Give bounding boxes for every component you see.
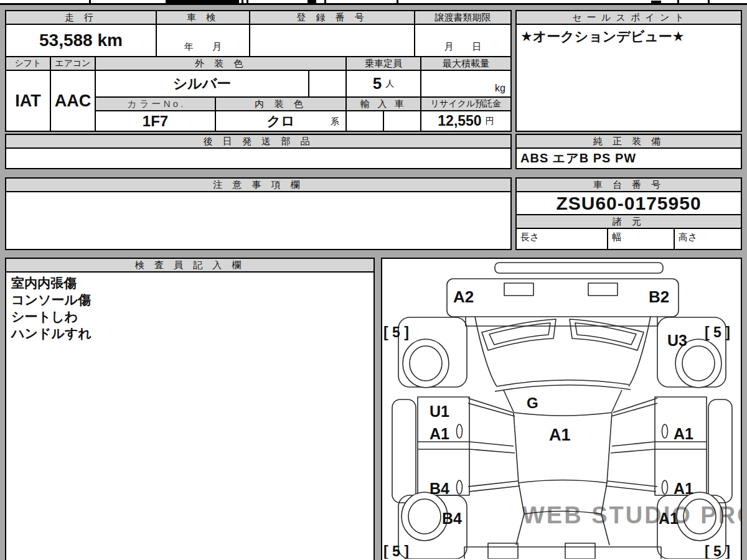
- bumper-step: [466, 317, 657, 326]
- genuine-equipment-header: 純 正 装 備: [515, 134, 742, 149]
- a-pillar-right: [611, 398, 657, 416]
- interior-color-name: クロ: [266, 112, 294, 131]
- car-diagram: WEB STUDIO PRO A2 B2 [ 5 ] [ 5 ] [ 5 ] […: [382, 259, 741, 559]
- divider: [242, 0, 243, 3]
- capacity-header: 乗車定員: [345, 56, 421, 71]
- bumper-detail-left: [504, 283, 533, 296]
- spec-length-cell: 長さ: [515, 228, 608, 250]
- mark-door-front-left: A1: [430, 425, 449, 442]
- later-parts-box: [5, 147, 512, 169]
- side-skirt-right: [708, 399, 732, 503]
- divider: [89, 0, 91, 3]
- rear-window-top: [519, 480, 607, 483]
- door-handle-fr: [662, 424, 668, 438]
- import-car-cell-1: [345, 110, 384, 132]
- bumper-detail-right: [588, 283, 618, 296]
- roof-side-right: [607, 413, 612, 483]
- registration-header: 登 録 番 号: [249, 10, 415, 25]
- sales-point-header: セ ー ル ス ポ イ ン ト: [515, 10, 742, 25]
- notes-header: 注 意 事 項 欄: [5, 177, 512, 192]
- roof-side-left: [514, 413, 519, 483]
- aircon-header: エアコン: [50, 56, 96, 71]
- mark-fender-right: U3: [667, 332, 687, 349]
- cowl-arc-2: [495, 385, 631, 391]
- notes-box: [5, 191, 512, 250]
- genuine-equipment-value: ABS エアB PS PW: [515, 147, 742, 169]
- mark-quarter-right: A1: [659, 510, 679, 527]
- spec-height-cell: 高さ: [674, 228, 742, 250]
- window-band-left: [418, 442, 515, 453]
- text-remnant: [166, 0, 239, 4]
- interior-color-suffix: 系: [331, 116, 339, 128]
- car-diagram-box: WEB STUDIO PRO A2 B2 [ 5 ] [ 5 ] [ 5 ] […: [381, 258, 742, 560]
- interior-color-value: クロ 系: [215, 110, 347, 132]
- inspector-note: コンソール傷: [11, 291, 369, 308]
- specs-header: 諸 元: [515, 214, 742, 229]
- aircon-value: AAC: [50, 70, 96, 132]
- mark-roof: A1: [549, 426, 571, 444]
- mark-tire-rear-left: [ 5 ]: [383, 543, 409, 559]
- divider: [708, 0, 710, 3]
- interior-color-header: 内 装 色: [215, 96, 347, 111]
- mark-door-rear-right: A1: [674, 480, 693, 497]
- recycle-deposit-value: 12,550 円: [420, 110, 512, 132]
- inspector-note: ハンドルすれ: [11, 325, 369, 342]
- mark-door-front-right: A1: [674, 425, 693, 442]
- inspector-header: 検 査 員 記 入 欄: [5, 258, 375, 273]
- import-car-cell-2: [383, 110, 421, 132]
- hood-side-right: [629, 317, 651, 386]
- exterior-color-value: シルバー: [95, 70, 309, 98]
- mark-tire-rear-right: [ 5 ]: [705, 543, 730, 559]
- transfer-deadline-value: 月 日: [414, 24, 512, 57]
- door-handle-rl: [457, 480, 463, 494]
- capacity-value: 5 人: [345, 70, 421, 98]
- door-handle-rr: [662, 480, 668, 494]
- mark-quarter-left: B4: [442, 510, 462, 527]
- text-remnant: [651, 1, 661, 3]
- max-load-header: 最大積載量: [420, 56, 512, 71]
- chassis-no-value: ZSU60-0175950: [515, 191, 742, 215]
- exterior-color-extra: [308, 70, 347, 98]
- mark-door-front-left-u: U1: [430, 403, 449, 420]
- divider: [324, 0, 326, 3]
- sales-point-value: ★オークションデビュー★: [515, 24, 742, 132]
- color-no-header: カ ラ ー N o .: [95, 96, 216, 111]
- shift-value: IAT: [5, 70, 51, 132]
- import-car-header: 輸 入 車: [345, 96, 421, 111]
- mark-tire-front-right: [ 5 ]: [705, 324, 730, 340]
- window-band-right: [611, 442, 707, 453]
- recycle-unit: 円: [486, 116, 494, 127]
- hood-side-left: [475, 317, 497, 386]
- side-skirt-left: [392, 399, 416, 503]
- divider: [677, 0, 679, 3]
- rear-bumper-detail-left: [488, 543, 518, 559]
- capacity-unit: 人: [385, 78, 394, 90]
- mark-door-rear-left: B4: [430, 480, 449, 497]
- windshield-side-left: [504, 390, 514, 412]
- door-handle-fl: [457, 424, 463, 438]
- front-grille-strip: [495, 263, 663, 273]
- mark-front-bumper-left: A2: [453, 287, 474, 306]
- c-pillar-right: [606, 481, 657, 492]
- auction-sheet: 走 行 車 検 登 録 番 号 譲渡書類期限 53,588 km 年 月 月 日…: [0, 0, 747, 560]
- windshield-side-right: [612, 390, 622, 412]
- inspection-header: 車 検: [156, 10, 250, 25]
- mark-front-bumper-right: B2: [649, 287, 669, 306]
- divider: [397, 0, 398, 3]
- divider: [247, 0, 248, 3]
- mileage-value: 53,588 km: [5, 24, 157, 57]
- mileage-header: 走 行: [5, 10, 157, 25]
- text-remnant: [308, 0, 316, 3]
- inspector-note: 室内内張傷: [11, 274, 369, 291]
- capacity-number: 5: [373, 74, 382, 93]
- top-row-remnant: [0, 0, 747, 5]
- windshield-bottom-arc: [514, 413, 612, 416]
- transfer-deadline-header: 譲渡書類期限: [414, 10, 512, 25]
- exterior-color-header: 外 装 色: [95, 56, 347, 71]
- inspector-note: シートしわ: [11, 308, 369, 325]
- mark-windshield: G: [527, 394, 538, 411]
- inspection-value: 年 月: [156, 24, 250, 57]
- max-load-value: kg: [420, 70, 512, 98]
- watermark: WEB STUDIO PRO: [522, 502, 741, 528]
- color-no-value: 1F7: [95, 110, 216, 132]
